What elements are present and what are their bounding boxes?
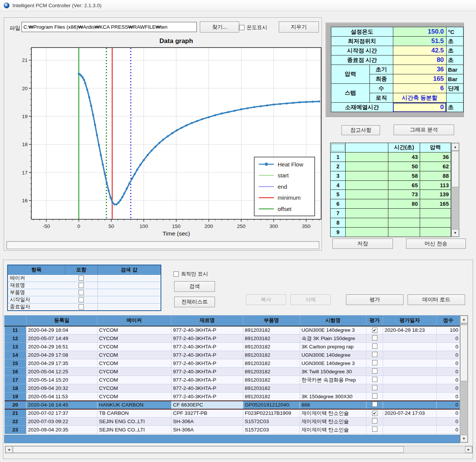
minimum-position-value[interactable]: 51.5 [393, 37, 446, 46]
record-evaldate[interactable] [383, 401, 437, 409]
record-rownum[interactable]: 20 [5, 401, 26, 409]
records-scrollbar[interactable]: ▲ ▼ [460, 315, 468, 443]
record-regdate[interactable]: 2020-07-03 09:22 [26, 417, 97, 426]
evaluated-checkbox[interactable]: ✔ [372, 328, 377, 333]
record-part[interactable]: S1572C03 [243, 417, 300, 426]
scroll-thumb[interactable] [13, 446, 404, 453]
record-maker[interactable]: HANKUK CARBON [97, 401, 172, 409]
record-score[interactable]: 0 [437, 351, 460, 359]
record-maker[interactable]: CYCOM [97, 368, 172, 376]
scroll-thumb[interactable] [451, 151, 459, 187]
record-part[interactable]: 891203182 [243, 334, 300, 343]
record-evaldate[interactable] [383, 334, 437, 343]
record-evaldate[interactable] [383, 384, 437, 393]
record-test[interactable]: UGN300E 140degree 3 [300, 359, 366, 368]
record-rownum[interactable]: 16 [5, 368, 26, 376]
press-step-row[interactable]: 8 [331, 218, 451, 228]
end-time-value[interactable]: 80 [393, 55, 446, 65]
evaluated-checkbox[interactable] [372, 385, 377, 390]
records-header-eval[interactable]: 평가 [366, 316, 383, 326]
press-table-scrollbar[interactable]: ▲ ▼ [451, 143, 459, 237]
search-value-cell[interactable] [97, 296, 161, 303]
record-score[interactable]: 0 [437, 334, 460, 343]
evaluated-checkbox[interactable] [372, 368, 377, 374]
record-rownum[interactable]: 17 [5, 376, 26, 384]
press-time-cell[interactable] [388, 228, 420, 237]
press-step-row[interactable]: 573139 [331, 190, 451, 199]
full-list-button[interactable]: 전체리스트 [174, 297, 215, 307]
record-regdate[interactable]: 2020-05-04 11:53 [26, 393, 97, 401]
record-row[interactable]: 152020-04-29 17:35CYCOM977-2-40-3KHTA-P8… [5, 359, 460, 368]
record-part[interactable]: F023P022117B1909 [243, 409, 300, 417]
record-part[interactable]: 891203182 [243, 384, 300, 393]
preheat-time-value[interactable]: 0 [393, 103, 446, 112]
evaluated-checkbox[interactable] [372, 343, 377, 349]
press-time-cell[interactable]: 73 [388, 190, 420, 199]
record-evaldate[interactable] [383, 368, 437, 376]
start-time-value[interactable]: 42.5 [393, 46, 446, 55]
record-rownum[interactable]: 19 [5, 393, 26, 401]
press-time-cell[interactable] [388, 209, 420, 218]
evaluated-checkbox[interactable] [372, 352, 377, 357]
search-value-cell[interactable] [97, 289, 161, 296]
record-regdate[interactable]: 2020-09-04 20:32 [26, 384, 97, 393]
record-material[interactable]: 977-2-40-3KHTA-P [172, 326, 243, 334]
record-row[interactable]: 142020-04-29 17:08CYCOM977-2-40-3KHTA-P8… [5, 351, 460, 359]
record-rownum[interactable]: 13 [5, 343, 26, 351]
record-row[interactable]: 182020-09-04 20:32CYCOM977-2-40-3KHTA-P8… [5, 384, 460, 393]
record-rownum[interactable]: 18 [5, 384, 26, 393]
record-maker[interactable]: CYCOM [97, 393, 172, 401]
record-maker[interactable]: CYCOM [97, 376, 172, 384]
record-material[interactable]: 977-2-40-3KHTA-P [172, 368, 243, 376]
record-maker[interactable]: CYCOM [97, 384, 172, 393]
evaluated-checkbox[interactable] [372, 360, 377, 365]
evaluate-button[interactable]: 평가 [346, 294, 403, 305]
record-rownum[interactable]: 15 [5, 359, 26, 368]
record-regdate[interactable]: 2020-04-29 18:04 [26, 326, 97, 334]
record-evaldate[interactable]: 2020-07-24 17:03 [383, 409, 437, 417]
send-to-machine-button[interactable]: 머신 전송 [406, 239, 466, 249]
graph-analysis-button[interactable]: 그래프 분석 [394, 125, 454, 135]
record-maker[interactable]: TB CARBON [97, 409, 172, 417]
search-criteria-row[interactable]: 재료명 [8, 282, 161, 289]
record-score[interactable]: 0 [437, 426, 460, 434]
press-blank-cell[interactable] [346, 171, 388, 180]
final-pressure-value[interactable]: 165 [393, 74, 446, 84]
press-blank-cell[interactable] [346, 180, 388, 190]
record-test[interactable]: 3K Carbon prepreg rap [300, 343, 366, 351]
record-row[interactable]: 122020-05-07 14:49CYCOM977-2-40-3KHTA-P8… [5, 334, 460, 343]
press-blank-cell[interactable] [346, 218, 388, 228]
record-row[interactable]: 232020-09-04 20:35SEJIN ENG CO.,LTISH-30… [5, 426, 460, 434]
record-score[interactable]: 0 [437, 401, 460, 409]
search-button[interactable]: 검색 [174, 281, 215, 292]
record-regdate[interactable]: 2020-04-29 16:51 [26, 343, 97, 351]
record-test[interactable]: 제이제이택 탄소인슐 [300, 426, 366, 434]
record-regdate[interactable]: 2020-07-02 17:37 [26, 409, 97, 417]
records-header-evaldate[interactable]: 평가일자 [383, 316, 437, 326]
press-blank-cell[interactable] [346, 152, 388, 162]
record-test[interactable]: 속경 3K Plain 150degre [300, 334, 366, 343]
record-maker[interactable]: CYCOM [97, 359, 172, 368]
press-pressure-cell[interactable] [420, 218, 451, 228]
record-test[interactable]: UGN300E 140degree [300, 351, 366, 359]
press-step-row[interactable]: 9 [331, 228, 451, 237]
record-maker[interactable]: CYCOM [97, 343, 172, 351]
scroll-down-icon[interactable]: ▼ [451, 229, 459, 237]
record-score[interactable]: 0 [437, 359, 460, 368]
records-header-regdate[interactable]: 등록일 [26, 316, 97, 326]
press-header-corner[interactable] [331, 143, 346, 152]
record-regdate[interactable]: 2020-04-16 14:45 [26, 401, 97, 409]
record-score[interactable]: 0 [437, 343, 460, 351]
record-material[interactable]: 977-2-40-3KHTA-P [172, 393, 243, 401]
evaluated-checkbox[interactable] [372, 402, 377, 407]
scroll-thumb[interactable] [460, 325, 468, 381]
record-material[interactable]: CPF 3327T-PB [172, 409, 243, 417]
records-header-test[interactable]: 시험명 [300, 316, 366, 326]
press-blank-cell[interactable] [346, 190, 388, 199]
press-blank-cell[interactable] [346, 228, 388, 237]
record-part[interactable]: 891203182 [243, 393, 300, 401]
scroll-up-icon[interactable]: ▲ [460, 316, 468, 323]
press-pressure-cell[interactable]: 62 [420, 162, 451, 171]
record-rownum[interactable]: 21 [5, 409, 26, 417]
press-time-cell[interactable]: 43 [388, 152, 420, 162]
